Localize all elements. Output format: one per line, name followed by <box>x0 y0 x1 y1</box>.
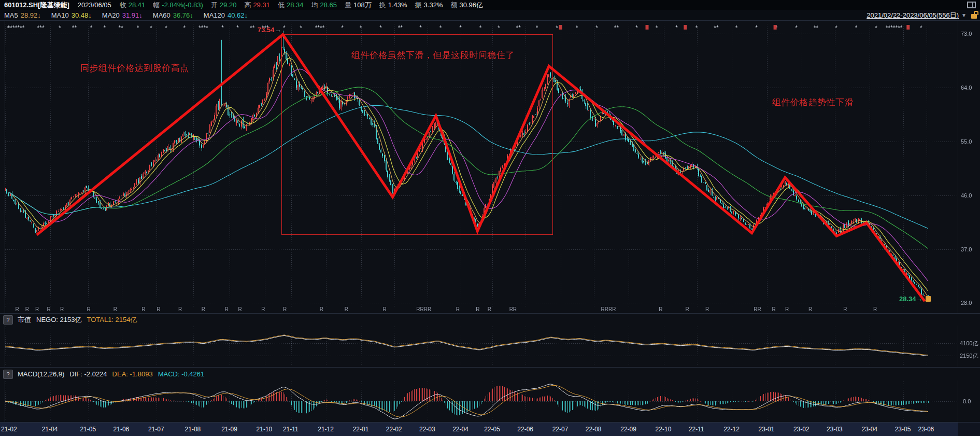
macd-header: ? MACD(12,26,9) DIF: -2.0224 DEA: -1.809… <box>0 367 980 381</box>
time-label: 23-05 <box>895 426 911 433</box>
time-label: 22-07 <box>552 426 569 433</box>
ma-item-MA60: MA6036.76↓ <box>153 11 193 19</box>
quote-fields: 收28.41幅-2.84%(-0.83)开29.20高29.31低28.34均2… <box>120 1 491 10</box>
quote-field-均: 均28.65 <box>311 1 337 10</box>
quote-field-收: 收28.41 <box>120 1 146 10</box>
macd-chart[interactable] <box>0 381 980 422</box>
time-label: 23-06 <box>918 426 934 433</box>
quote-field-开: 开29.20 <box>211 1 237 10</box>
help-button[interactable]: ? <box>3 370 13 379</box>
unlock-icon[interactable] <box>971 14 977 19</box>
time-label: 22-11 <box>689 426 704 433</box>
chevron-down-icon[interactable]: ▼ <box>961 12 967 18</box>
time-label: 22-08 <box>586 426 602 433</box>
date-range-link[interactable]: 2021/02/22-2023/06/05(556日) <box>867 11 959 20</box>
macd-title: MACD(12,26,9) <box>18 370 64 378</box>
quote-field-量: 量108万 <box>345 1 372 10</box>
quote-field-高: 高29.31 <box>244 1 270 10</box>
time-label: 21-10 <box>257 426 273 433</box>
quote-bar: 601012.SH[隆基绿能] 2023/06/05 收28.41幅-2.84%… <box>0 0 980 10</box>
help-button[interactable]: ? <box>3 315 13 325</box>
time-label: 22-03 <box>419 426 435 433</box>
quote-date: 2023/06/05 <box>78 1 111 9</box>
time-label: 22-12 <box>723 426 740 433</box>
ma-indicator-bar: MA528.92↓MA1030.48↓MA2031.91↓MA6036.76↓M… <box>0 10 980 21</box>
time-axis[interactable]: 21-0221-0421-0521-0621-0721-0821-0921-10… <box>0 422 980 436</box>
quote-field-幅: 幅-2.84%(-0.83) <box>153 1 203 10</box>
quote-field-换: 换1.43% <box>379 1 407 10</box>
time-label: 21-12 <box>318 426 334 433</box>
time-label: 22-09 <box>620 426 636 433</box>
quote-field-低: 低28.34 <box>278 1 304 10</box>
macd-value: MACD: -0.4261 <box>158 370 205 378</box>
layout-panes-icon[interactable] <box>967 2 976 8</box>
date-range-controls: 2021/02/22-2023/06/05(556日) ▼ <box>867 10 977 21</box>
time-label: 22-04 <box>452 426 468 433</box>
market-cap-title: 市值 <box>18 315 31 325</box>
time-label: 22-02 <box>386 426 402 433</box>
time-label: 21-11 <box>283 426 299 433</box>
time-label: 22-10 <box>656 426 672 433</box>
time-label: 22-05 <box>484 426 500 433</box>
candlestick-chart[interactable] <box>0 21 980 313</box>
quote-field-额: 额30.96亿 <box>450 1 483 10</box>
ma-values: MA528.92↓MA1030.48↓MA2031.91↓MA6036.76↓M… <box>4 11 258 19</box>
time-label: 23-02 <box>793 426 809 433</box>
ma-item-MA5: MA528.92↓ <box>4 11 41 19</box>
market-cap-chart[interactable] <box>0 326 980 367</box>
dea-value: DEA: -1.8093 <box>112 370 153 378</box>
market-cap-header: ? 市值 NEGO: 2153亿 TOTAL1: 2154亿 <box>0 313 980 326</box>
quote-field-振: 振3.32% <box>415 1 443 10</box>
time-label: 22-01 <box>353 426 369 433</box>
dif-value: DIF: -2.0224 <box>69 370 107 378</box>
time-label: 21-05 <box>80 426 96 433</box>
axis-corner <box>958 423 980 436</box>
ma-item-MA10: MA1030.48↓ <box>51 11 92 19</box>
stock-symbol: 601012.SH[隆基绿能] <box>4 1 69 10</box>
nego-value: NEGO: 2153亿 <box>36 315 81 325</box>
time-label: 21-09 <box>221 426 237 433</box>
time-label: 22-06 <box>517 426 533 433</box>
time-label: 23-01 <box>759 426 775 433</box>
time-label: 21-02 <box>1 426 17 433</box>
time-label: 21-04 <box>42 426 58 433</box>
total-value: TOTAL1: 2154亿 <box>87 315 137 325</box>
time-label: 21-07 <box>148 426 164 433</box>
ma-item-MA120: MA12040.62↓ <box>204 11 248 19</box>
time-label: 21-08 <box>185 426 201 433</box>
time-label: 23-04 <box>861 426 877 433</box>
time-label: 21-06 <box>113 426 130 433</box>
time-label: 23-03 <box>827 426 843 433</box>
ma-item-MA20: MA2031.91↓ <box>102 11 143 19</box>
